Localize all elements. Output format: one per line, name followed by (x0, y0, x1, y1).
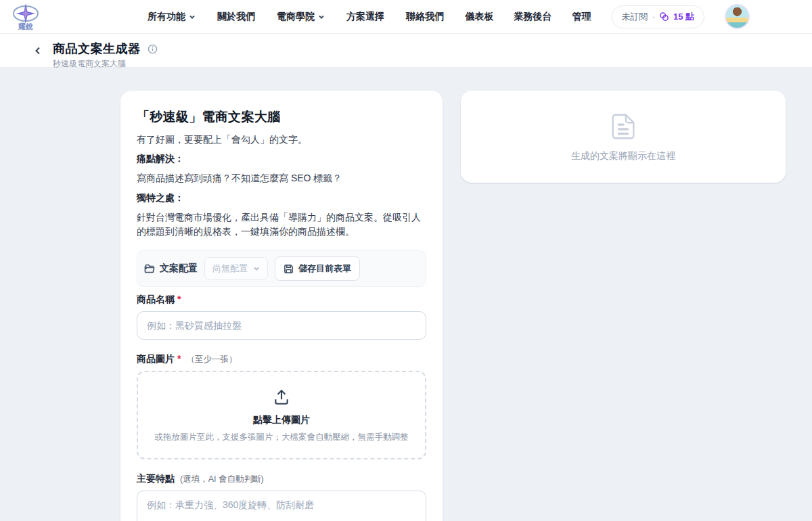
label-text: 主要特點 (137, 473, 175, 485)
config-select[interactable]: 尚無配置 (204, 257, 268, 280)
label-text: 商品圖片 (137, 353, 175, 365)
main-content: 「秒速級」電商文案大腦 有了好圖，更要配上「會勾人」的文字。 痛點解決： 寫商品… (0, 68, 812, 521)
nav-label: 方案選擇 (346, 11, 384, 23)
nav-label: 儀表板 (466, 11, 494, 23)
required-asterisk: * (177, 294, 181, 304)
card-title: 「秒速級」電商文案大腦 (137, 108, 426, 126)
nav-item-business-backend[interactable]: 業務後台 (514, 11, 552, 23)
user-menu: 儀表板 業務後台 管理 未訂閱 · 15 點 (466, 4, 750, 29)
document-icon (608, 111, 639, 142)
required-asterisk: * (177, 353, 181, 364)
nav-label: 業務後台 (514, 11, 552, 23)
nav-item-contact-us[interactable]: 聯絡我們 (406, 11, 444, 23)
unique-text: 針對台灣電商市場優化，產出具備「導購力」的商品文案。從吸引人的標題到清晰的規格表… (137, 210, 426, 240)
key-features-textarea[interactable] (137, 491, 426, 521)
subscription-points-pill[interactable]: 未訂閱 · 15 點 (612, 5, 704, 28)
nav-item-all-features[interactable]: 所有功能 (148, 11, 196, 23)
copy-generator-form-card: 「秒速級」電商文案大腦 有了好圖，更要配上「會勾人」的文字。 痛點解決： 寫商品… (120, 91, 443, 521)
upload-icon (273, 388, 290, 406)
product-name-input[interactable] (137, 311, 426, 340)
page-title: 商品文案生成器 (53, 41, 141, 57)
chevron-down-icon (318, 14, 325, 20)
product-images-label: 商品圖片* （至少一張） (137, 353, 426, 365)
nav-item-plans[interactable]: 方案選擇 (346, 11, 384, 23)
back-button[interactable] (31, 44, 45, 58)
upload-title: 點擊上傳圖片 (149, 414, 414, 426)
info-icon[interactable] (148, 44, 158, 54)
copy-config-label: 文案配置 (144, 263, 198, 275)
pain-point-text: 寫商品描述寫到頭痛？不知道怎麼寫 SEO 標籤？ (137, 171, 426, 186)
product-name-label: 商品名稱* (137, 294, 426, 306)
main-menu: 所有功能 關於我們 電商學院 方案選擇 聯絡我們 (148, 11, 444, 23)
save-form-button[interactable]: 儲存目前表單 (275, 256, 360, 281)
copy-config-toolbar: 文案配置 尚無配置 儲存目前表單 (137, 250, 426, 287)
unique-label: 獨特之處： (137, 192, 426, 204)
label-hint: (選填，AI 會自動判斷) (180, 474, 264, 485)
save-icon (284, 264, 294, 274)
page-subtitle: 秒速級電商文案大腦 (53, 58, 158, 70)
pain-point-label: 痛點解決： (137, 153, 426, 165)
separator-dot: · (652, 12, 655, 22)
top-navbar: 耀銳 所有功能 關於我們 電商學院 方案選擇 聯絡我們 儀表板 業務後台 管理 (0, 0, 812, 34)
nav-item-admin[interactable]: 管理 (572, 11, 591, 23)
chevron-down-icon (253, 265, 260, 272)
svg-text:耀銳: 耀銳 (18, 22, 33, 30)
page-header-text: 商品文案生成器 秒速級電商文案大腦 (53, 41, 158, 70)
points-value: 15 點 (673, 11, 694, 23)
nav-label: 管理 (572, 11, 591, 23)
result-empty-text: 生成的文案將顯示在這裡 (571, 150, 675, 162)
nav-label: 所有功能 (148, 11, 185, 23)
nav-item-about-us[interactable]: 關於我們 (217, 11, 255, 23)
page-header: 商品文案生成器 秒速級電商文案大腦 (0, 34, 812, 68)
generated-copy-result-card: 生成的文案將顯示在這裡 (461, 91, 786, 183)
brand-logo[interactable]: 耀銳 (9, 2, 42, 32)
label-text: 商品名稱 (137, 294, 175, 306)
subscription-status: 未訂閱 (622, 11, 648, 23)
nav-label: 聯絡我們 (406, 11, 444, 23)
coins-icon (659, 12, 669, 22)
label-hint: （至少一張） (186, 354, 237, 365)
star-logo-icon: 耀銳 (11, 3, 41, 31)
image-upload-dropzone[interactable]: 點擊上傳圖片 或拖放圖片至此，支援多張圖片；大檔案會自動壓縮，無需手動調整 (137, 371, 426, 459)
copy-config-label-text: 文案配置 (160, 263, 198, 275)
nav-label: 關於我們 (217, 11, 255, 23)
config-select-value: 尚無配置 (212, 263, 248, 275)
save-button-label: 儲存目前表單 (298, 263, 351, 275)
nav-item-dashboard[interactable]: 儀表板 (466, 11, 494, 23)
chevron-left-icon (34, 47, 42, 55)
nav-item-ecommerce-academy[interactable]: 電商學院 (277, 11, 325, 23)
user-avatar[interactable] (725, 4, 750, 29)
card-intro: 有了好圖，更要配上「會勾人」的文字。 (137, 134, 426, 146)
key-features-label: 主要特點 (選填，AI 會自動判斷) (137, 473, 426, 485)
nav-label: 電商學院 (277, 11, 315, 23)
upload-subtitle: 或拖放圖片至此，支援多張圖片；大檔案會自動壓縮，無需手動調整 (149, 432, 414, 443)
chevron-down-icon (189, 14, 196, 20)
folder-icon (144, 263, 155, 274)
